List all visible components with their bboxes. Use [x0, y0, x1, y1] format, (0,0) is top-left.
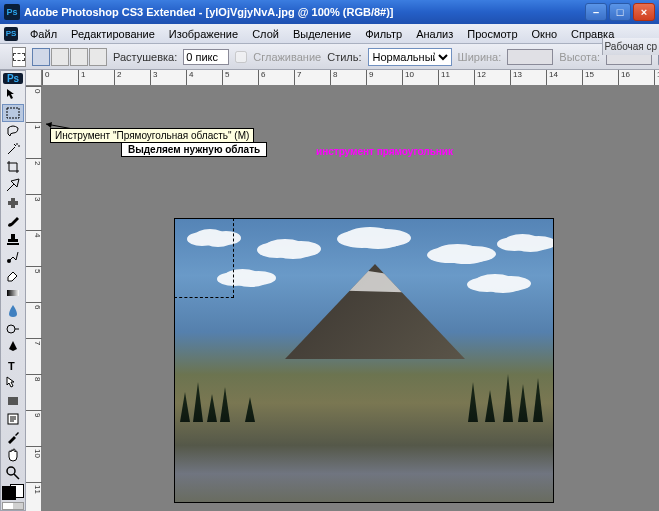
workspace-label[interactable]: Рабочая ср	[602, 38, 660, 55]
width-label: Ширина:	[458, 51, 502, 63]
eraser-tool[interactable]	[2, 266, 24, 284]
marquee-tool[interactable]	[2, 104, 24, 122]
svg-rect-0	[7, 108, 19, 118]
notes-tool[interactable]	[2, 410, 24, 428]
move-tool[interactable]	[2, 86, 24, 104]
style-select[interactable]: Нормальный	[368, 48, 452, 66]
foreground-swatch[interactable]	[2, 486, 16, 500]
ruler-origin[interactable]	[26, 70, 42, 86]
dodge-tool[interactable]	[2, 320, 24, 338]
selection-intersect-button[interactable]	[89, 48, 107, 66]
window-titlebar: Ps Adobe Photoshop CS3 Extended - [ylOjV…	[0, 0, 659, 24]
zoom-tool[interactable]	[2, 464, 24, 482]
heal-tool[interactable]	[2, 194, 24, 212]
canvas-area[interactable]: 01234567891011121314151617 0123456789101…	[26, 70, 659, 511]
tool-tooltip: Инструмент "Прямоугольная область" (M)	[50, 128, 254, 143]
wand-tool[interactable]	[2, 140, 24, 158]
color-swatches[interactable]	[2, 486, 24, 498]
lasso-tool[interactable]	[2, 122, 24, 140]
annotation-text-2: инструмент прямоугольник	[316, 146, 453, 157]
ps-menu-icon[interactable]: PS	[4, 27, 18, 41]
toolbox: Ps T	[0, 70, 26, 511]
shape-tool[interactable]	[2, 392, 24, 410]
crop-tool[interactable]	[2, 158, 24, 176]
selection-marquee[interactable]	[174, 218, 234, 298]
path-tool[interactable]	[2, 374, 24, 392]
menu-filter[interactable]: Фильтр	[359, 26, 408, 42]
antialias-label: Сглаживание	[253, 51, 321, 63]
menu-file[interactable]: Файл	[24, 26, 63, 42]
type-tool[interactable]: T	[2, 356, 24, 374]
height-label: Высота:	[559, 51, 600, 63]
selection-add-button[interactable]	[51, 48, 69, 66]
photoshop-icon: Ps	[4, 4, 20, 20]
svg-point-5	[7, 325, 15, 333]
ruler-horizontal[interactable]: 01234567891011121314151617	[42, 70, 659, 86]
svg-rect-4	[7, 290, 19, 296]
selection-new-button[interactable]	[32, 48, 50, 66]
marquee-rect-icon	[13, 53, 25, 61]
menu-layer[interactable]: Слой	[246, 26, 285, 42]
menu-edit[interactable]: Редактирование	[65, 26, 161, 42]
menu-window[interactable]: Окно	[526, 26, 564, 42]
menu-analysis[interactable]: Анализ	[410, 26, 459, 42]
close-button[interactable]: ×	[633, 3, 655, 21]
tool-preset-icon[interactable]	[12, 47, 26, 67]
svg-point-3	[7, 259, 11, 263]
eyedropper-tool[interactable]	[2, 428, 24, 446]
svg-rect-7	[8, 397, 18, 405]
feather-input[interactable]	[183, 49, 229, 65]
slice-tool[interactable]	[2, 176, 24, 194]
options-bar: Растушевка: Сглаживание Стиль: Нормальны…	[0, 44, 659, 70]
width-input	[507, 49, 553, 65]
history-brush-tool[interactable]	[2, 248, 24, 266]
svg-text:T: T	[8, 360, 15, 372]
menu-bar: PS Файл Редактирование Изображение Слой …	[0, 24, 659, 44]
stamp-tool[interactable]	[2, 230, 24, 248]
maximize-button[interactable]: □	[609, 3, 631, 21]
svg-rect-2	[11, 198, 15, 208]
antialias-checkbox	[235, 51, 247, 63]
menu-image[interactable]: Изображение	[163, 26, 244, 42]
pen-tool[interactable]	[2, 338, 24, 356]
brush-tool[interactable]	[2, 212, 24, 230]
feather-label: Растушевка:	[113, 51, 177, 63]
quickmask-toggle[interactable]	[2, 502, 24, 510]
gradient-tool[interactable]	[2, 284, 24, 302]
minimize-button[interactable]: –	[585, 3, 607, 21]
ruler-vertical[interactable]: 0123456789101112	[26, 86, 42, 511]
style-label: Стиль:	[327, 51, 361, 63]
svg-point-9	[7, 467, 15, 475]
selection-subtract-button[interactable]	[70, 48, 88, 66]
window-title: Adobe Photoshop CS3 Extended - [ylOjVgjy…	[24, 6, 394, 18]
blur-tool[interactable]	[2, 302, 24, 320]
toolbox-header-icon: Ps	[3, 73, 23, 84]
menu-select[interactable]: Выделение	[287, 26, 357, 42]
annotation-text-1: Выделяем нужную облать	[121, 142, 267, 157]
hand-tool[interactable]	[2, 446, 24, 464]
menu-view[interactable]: Просмотр	[461, 26, 523, 42]
